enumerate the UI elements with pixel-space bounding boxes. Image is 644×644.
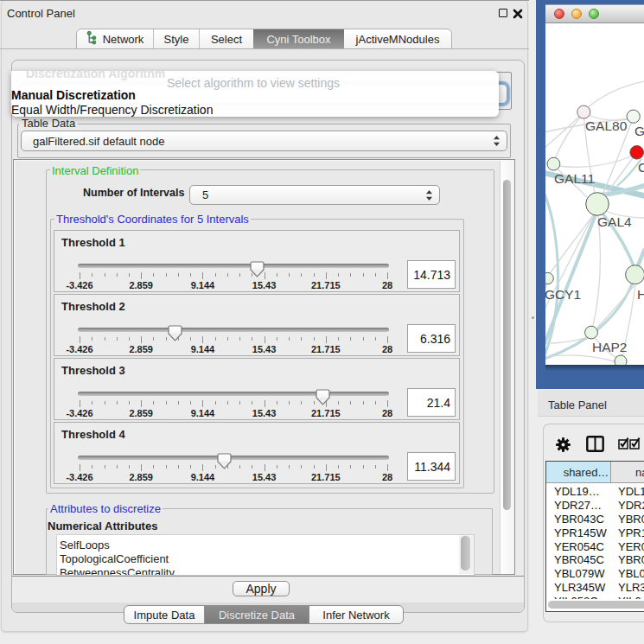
svg-text:HAP2: HAP2 (592, 340, 628, 354)
svg-text:GCY1: GCY1 (545, 287, 581, 302)
svg-text:GAL4: GAL4 (597, 214, 632, 229)
svg-text:GAL11: GAL11 (554, 171, 595, 186)
svg-text:GA: GA (634, 124, 644, 138)
svg-text:H: H (637, 287, 644, 302)
svg-text:C: C (638, 160, 644, 175)
svg-text:GAL80: GAL80 (585, 118, 628, 133)
